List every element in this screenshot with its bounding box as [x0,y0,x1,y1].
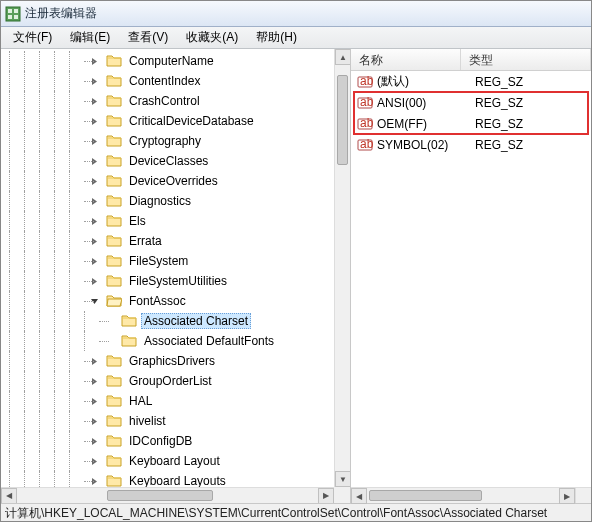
column-name[interactable]: 名称 [351,49,461,70]
tree-item[interactable]: Keyboard Layout [9,451,334,471]
tree-item[interactable]: CrashControl [9,91,334,111]
value-type: REG_SZ [471,138,591,152]
list-horizontal-scrollbar[interactable]: ◀ ▶ [351,487,575,503]
scroll-right-icon[interactable]: ▶ [318,488,334,504]
expand-icon[interactable] [89,216,100,227]
tree-item[interactable]: FontAssoc [9,291,334,311]
tree-item-label: DeviceOverrides [126,173,221,189]
expand-icon[interactable] [89,476,100,487]
expand-icon[interactable] [89,376,100,387]
expand-icon[interactable] [89,56,100,67]
tree-item[interactable]: Associated Charset [9,311,334,331]
folder-icon [104,173,126,190]
string-value-icon [357,137,373,153]
tree-item[interactable]: Els [9,211,334,231]
scroll-left-icon[interactable]: ◀ [351,488,367,504]
folder-icon [104,93,126,110]
folder-icon [104,113,126,130]
tree-horizontal-scrollbar[interactable]: ◀ ▶ [1,487,334,503]
tree-item[interactable]: Keyboard Layouts [9,471,334,487]
folder-icon [119,333,141,350]
expand-icon[interactable] [89,456,100,467]
value-name: OEM(FF) [377,117,471,131]
statusbar: 计算机\HKEY_LOCAL_MACHINE\SYSTEM\CurrentCon… [1,503,591,521]
expand-icon[interactable] [89,136,100,147]
tree-item-label: Associated DefaultFonts [141,333,277,349]
tree-item[interactable]: Errata [9,231,334,251]
tree-item[interactable]: Diagnostics [9,191,334,211]
string-value-icon [357,116,373,132]
expand-icon[interactable] [89,396,100,407]
expand-icon[interactable] [89,256,100,267]
folder-icon [104,273,126,290]
folder-icon [104,373,126,390]
expand-icon[interactable] [89,236,100,247]
scroll-down-icon[interactable]: ▼ [335,471,351,487]
tree-item[interactable]: GroupOrderList [9,371,334,391]
tree-item-label: Diagnostics [126,193,194,209]
value-type: REG_SZ [471,96,591,110]
expand-icon[interactable] [89,196,100,207]
tree-item[interactable]: Cryptography [9,131,334,151]
value-type: REG_SZ [471,75,591,89]
tree-item[interactable]: HAL [9,391,334,411]
folder-icon [104,393,126,410]
expand-icon[interactable] [89,276,100,287]
menu-view[interactable]: 查看(V) [120,27,176,48]
folder-icon [104,353,126,370]
window-title: 注册表编辑器 [25,5,97,22]
expand-icon[interactable] [89,116,100,127]
expand-icon[interactable] [89,416,100,427]
folder-icon [119,313,141,330]
tree-item-label: DeviceClasses [126,153,211,169]
tree-vertical-scrollbar[interactable]: ▲ ▼ [334,49,350,487]
content-area: ComputerNameContentIndexCrashControlCrit… [1,49,591,503]
tree-item[interactable]: IDConfigDB [9,431,334,451]
list-row[interactable]: OEM(FF)REG_SZ [351,113,591,134]
tree-item[interactable]: Associated DefaultFonts [9,331,334,351]
expand-icon[interactable] [89,156,100,167]
menu-file[interactable]: 文件(F) [5,27,60,48]
expand-icon[interactable] [89,176,100,187]
scroll-thumb[interactable] [369,490,482,501]
tree-item[interactable]: CriticalDeviceDatabase [9,111,334,131]
scroll-right-icon[interactable]: ▶ [559,488,575,504]
tree-item-label: Errata [126,233,165,249]
expand-icon[interactable] [89,96,100,107]
scrollbar-corner [575,487,591,503]
value-name: SYMBOL(02) [377,138,471,152]
expand-icon[interactable] [89,356,100,367]
folder-icon [104,433,126,450]
tree-item[interactable]: hivelist [9,411,334,431]
tree-item-label: FontAssoc [126,293,189,309]
tree-item[interactable]: DeviceClasses [9,151,334,171]
expand-icon[interactable] [89,76,100,87]
folder-icon [104,413,126,430]
tree-item-label: ContentIndex [126,73,203,89]
tree-item[interactable]: GraphicsDrivers [9,351,334,371]
menu-favorites[interactable]: 收藏夹(A) [178,27,246,48]
expand-icon[interactable] [89,436,100,447]
scroll-thumb[interactable] [107,490,212,501]
tree-item[interactable]: FileSystem [9,251,334,271]
tree-item-label: ComputerName [126,53,217,69]
menu-edit[interactable]: 编辑(E) [62,27,118,48]
tree-item[interactable]: DeviceOverrides [9,171,334,191]
tree-item[interactable]: ContentIndex [9,71,334,91]
tree-item-label: IDConfigDB [126,433,195,449]
tree-item-label: CrashControl [126,93,203,109]
tree-item[interactable]: FileSystemUtilities [9,271,334,291]
value-name: ANSI(00) [377,96,471,110]
list-row[interactable]: ANSI(00)REG_SZ [351,92,591,113]
folder-icon [104,53,126,70]
scroll-thumb[interactable] [337,75,348,165]
tree-item-label: Keyboard Layout [126,453,223,469]
list-row[interactable]: (默认)REG_SZ [351,71,591,92]
column-type[interactable]: 类型 [461,49,591,70]
collapse-icon[interactable] [89,296,100,307]
tree-item[interactable]: ComputerName [9,51,334,71]
scroll-left-icon[interactable]: ◀ [1,488,17,504]
scroll-up-icon[interactable]: ▲ [335,49,351,65]
list-row[interactable]: SYMBOL(02)REG_SZ [351,134,591,155]
menu-help[interactable]: 帮助(H) [248,27,305,48]
